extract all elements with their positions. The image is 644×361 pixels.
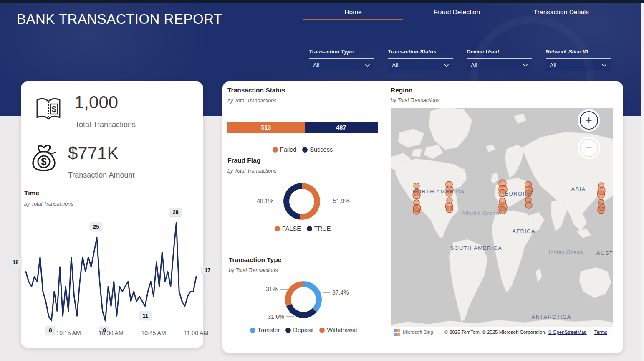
type-legend-item-deposit[interactable]: Deposit xyxy=(285,327,313,333)
transaction-status-dropdown[interactable]: All xyxy=(388,58,453,71)
openstreetmap-link[interactable]: © OpenStreetMap xyxy=(548,330,587,335)
fraud-false-callout: 51.9% xyxy=(333,198,350,204)
status-bar-segment-success[interactable]: 487 xyxy=(305,122,378,133)
type-deposit-callout: 31.6% xyxy=(259,313,284,320)
legend-dot xyxy=(307,226,312,231)
line-data-label: 18 xyxy=(9,258,22,267)
region-bubble-north-america-east[interactable] xyxy=(446,206,453,213)
fraud-flag-donut[interactable] xyxy=(283,183,320,220)
map-copyright-text: © 2025 TomTom, © 2025 Microsoft Corporat… xyxy=(444,330,546,335)
fraud-chart-subtitle: by Total Transactions xyxy=(227,168,276,174)
status-legend-item-success[interactable]: Success xyxy=(302,146,333,153)
x-axis-tick-label: 10:45 AM xyxy=(141,330,166,336)
map-label-africa: AFRICA xyxy=(512,228,535,234)
type-withdrawal-callout: 31% xyxy=(253,286,278,292)
minus-icon: − xyxy=(586,142,592,153)
region-bubble-europe-east[interactable] xyxy=(525,202,532,208)
transaction-type-donut[interactable] xyxy=(285,281,322,318)
tab-fraud-detection[interactable]: Fraud Detection xyxy=(434,8,480,16)
dropdown-value: All xyxy=(550,62,556,69)
map-label-europe: EUROPE xyxy=(505,191,531,197)
fraud-legend-item-true[interactable]: TRUE xyxy=(307,225,331,232)
x-axis-tick-label: 10:30 AM xyxy=(98,330,123,336)
filter-label: Network Slice ID xyxy=(546,48,611,55)
status-stacked-bar: 513487 xyxy=(227,122,378,133)
world-map-svg xyxy=(391,108,613,338)
svg-text:$: $ xyxy=(41,156,47,167)
ledger-dollar-icon: $ xyxy=(35,97,62,124)
line-data-label: 25 xyxy=(90,222,102,231)
map-label-atlantic-ocean: Atlantic Ocean xyxy=(462,210,499,216)
filter-label: Transaction Status xyxy=(388,48,453,55)
device-used-dropdown[interactable]: All xyxy=(467,58,532,71)
line-data-label: 17 xyxy=(201,266,214,275)
dropdown-value: All xyxy=(313,62,320,69)
time-line-series xyxy=(26,223,196,321)
region-bubble-asia-east[interactable] xyxy=(597,191,605,198)
total-transactions-value: 1,000 xyxy=(74,92,118,112)
legend-dot xyxy=(302,147,308,153)
type-chart-subtitle: by Total Transactions xyxy=(229,267,278,273)
plus-icon: + xyxy=(586,114,592,125)
chevron-down-icon xyxy=(523,64,528,67)
legend-dot xyxy=(319,328,325,333)
fraud-legend: FALSETRUE xyxy=(227,225,378,232)
kpi-time-card: $ 1,000 Total Transactions $ $771K Trans… xyxy=(21,81,203,348)
time-x-axis: 10:15 AM10:30 AM10:45 AM11:00 AM xyxy=(23,330,200,337)
status-chart-title: Transaction Status xyxy=(227,86,285,94)
legend-label: TRUE xyxy=(314,225,331,232)
legend-label: FALSE xyxy=(282,225,301,232)
dropdown-value: All xyxy=(392,62,399,69)
map-zoom-out-button[interactable]: − xyxy=(580,139,598,157)
status-legend: FailedSuccess xyxy=(227,146,378,153)
window-top-strip xyxy=(0,0,644,3)
network-slice-id-dropdown[interactable]: All xyxy=(546,58,611,71)
map-label-south-america: SOUTH AMERICA xyxy=(450,245,503,251)
bing-logo-block: Microsoft Bing xyxy=(391,329,433,336)
legend-label: Deposit xyxy=(293,327,313,333)
legend-label: Failed xyxy=(280,146,297,153)
terms-link[interactable]: Terms xyxy=(594,330,607,335)
tab-home[interactable]: Home xyxy=(344,8,361,16)
active-tab-underline xyxy=(303,19,403,20)
legend-dot xyxy=(273,147,278,153)
page-scrollbar[interactable] xyxy=(641,3,644,361)
callout-line xyxy=(321,201,331,201)
region-bubble-europe-west[interactable] xyxy=(499,206,506,214)
type-transfer-callout: 37.4% xyxy=(332,289,349,296)
region-bubble-asia-east[interactable] xyxy=(598,207,604,214)
region-bubble-north-america-west[interactable] xyxy=(413,208,420,214)
map-label-australia: AUSTRALIA xyxy=(596,250,613,256)
status-bar-segment-failed[interactable]: 513 xyxy=(227,122,305,133)
charts-map-card: Transaction Status by Total Transactions… xyxy=(222,81,623,353)
x-axis-tick-label: 10:15 AM xyxy=(56,330,81,336)
chevron-down-icon xyxy=(444,64,449,67)
filter-label: Transaction Type xyxy=(309,48,374,55)
time-line-chart[interactable]: 188258112817 xyxy=(23,214,200,328)
dropdown-value: All xyxy=(471,62,477,69)
legend-label: Success xyxy=(310,146,333,153)
svg-text:$: $ xyxy=(52,104,56,114)
transaction-amount-value: $771K xyxy=(68,143,119,163)
fraud-legend-item-false[interactable]: FALSE xyxy=(275,225,301,232)
money-bag-icon: $ xyxy=(30,144,58,173)
region-chart-title: Region xyxy=(391,86,413,94)
filter-device-used: Device Used All xyxy=(467,48,532,71)
map-label-north-america: NORTH AMERICA xyxy=(412,188,465,195)
status-chart-subtitle: by Total Transactions xyxy=(227,98,276,104)
time-line-svg xyxy=(23,214,200,328)
callout-line xyxy=(286,316,294,317)
fraud-chart-title: Fraud Flag xyxy=(227,157,260,164)
map-zoom-in-button[interactable]: + xyxy=(580,111,598,130)
map-label-indian-ocean: Indian Ocean xyxy=(549,249,583,255)
type-legend-item-transfer[interactable]: Transfer xyxy=(250,327,280,333)
callout-line xyxy=(280,289,288,290)
legend-label: Withdrawal xyxy=(327,327,357,333)
tab-transaction-details[interactable]: Transaction Details xyxy=(534,8,589,16)
map-attribution-bar: Microsoft Bing © 2025 TomTom, © 2025 Mic… xyxy=(391,327,613,338)
region-bing-map[interactable]: NORTH AMERICAEUROPEASIAAtlantic OceanAFR… xyxy=(391,108,613,338)
transaction-type-dropdown[interactable]: All xyxy=(309,58,374,71)
status-legend-item-failed[interactable]: Failed xyxy=(273,146,297,153)
total-transactions-label: Total Transactions xyxy=(75,120,136,129)
type-legend-item-withdrawal[interactable]: Withdrawal xyxy=(319,327,357,333)
